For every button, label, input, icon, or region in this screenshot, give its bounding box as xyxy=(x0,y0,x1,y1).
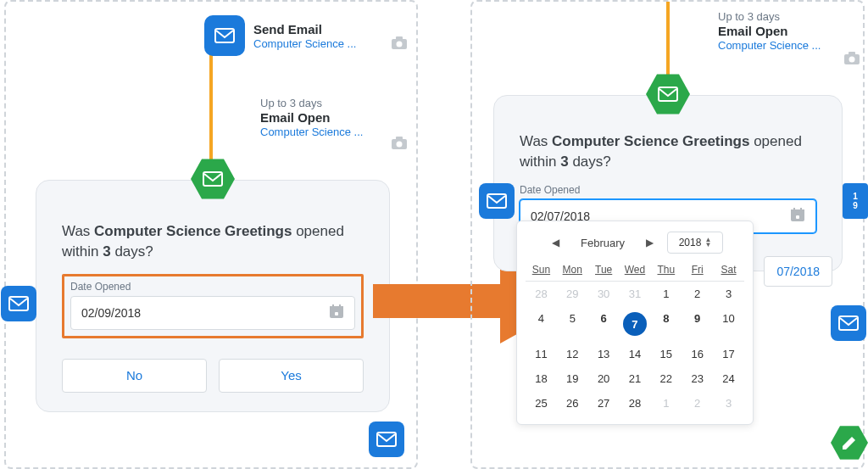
calendar-day[interactable]: 27 xyxy=(588,391,620,416)
calendar-day[interactable]: 8 xyxy=(650,306,682,342)
date-opened-label: Date Opened xyxy=(70,281,355,293)
calendar-day[interactable]: 9 xyxy=(682,306,713,342)
calendar-day[interactable]: 23 xyxy=(682,366,713,391)
calendar-day[interactable]: 7 xyxy=(620,306,651,342)
date-value: 02/09/2018 xyxy=(81,306,141,320)
calendar-day[interactable]: 4 xyxy=(526,306,557,342)
calendar-day[interactable]: 28 xyxy=(620,391,651,416)
calendar-day[interactable]: 2 xyxy=(682,391,713,416)
prompt-text: Was Computer Science Greetings opened wi… xyxy=(520,131,816,172)
side-envelope-node[interactable] xyxy=(369,422,404,457)
calendar-day[interactable]: 15 xyxy=(650,342,682,366)
camera-icon[interactable] xyxy=(843,51,860,70)
calendar-day[interactable]: 6 xyxy=(588,306,620,342)
calendar-year-select[interactable]: 2018 ▲▼ xyxy=(667,232,723,254)
calendar-day[interactable]: 17 xyxy=(713,342,744,366)
calendar-day[interactable]: 1 xyxy=(650,391,682,416)
calendar-dow-row: SunMonTueWedThuFriSat xyxy=(526,259,744,282)
calendar-dow: Wed xyxy=(620,259,651,282)
camera-icon[interactable] xyxy=(391,136,408,154)
node-title: Email Open xyxy=(260,110,363,125)
calendar-day[interactable]: 19 xyxy=(557,366,588,391)
next-month-button[interactable]: ▶ xyxy=(641,237,659,248)
calendar-day[interactable]: 24 xyxy=(713,366,744,391)
calendar-dow: Sat xyxy=(713,259,744,282)
highlighted-field: Date Opened 02/09/2018 xyxy=(62,274,364,338)
prev-month-button[interactable]: ◀ xyxy=(547,237,565,248)
calendar-day[interactable]: 13 xyxy=(588,342,620,366)
canvas-left: Send Email Computer Science ... Up to 3 … xyxy=(4,0,418,469)
email-open-node-label: Up to 3 days Email Open Computer Science… xyxy=(718,10,821,52)
no-button[interactable]: No xyxy=(62,359,207,393)
calendar-day[interactable]: 29 xyxy=(557,282,588,306)
prompt-card: Was Computer Science Greetings opened wi… xyxy=(36,180,390,412)
calendar-icon[interactable] xyxy=(329,304,344,321)
date-opened-label: Date Opened xyxy=(520,184,816,196)
node-pretitle: Up to 3 days xyxy=(718,10,821,23)
calendar-dow: Fri xyxy=(682,259,713,282)
calendar-day[interactable]: 31 xyxy=(620,282,651,306)
calendar-day[interactable]: 11 xyxy=(526,342,557,366)
calendar-dow: Mon xyxy=(557,259,588,282)
envelope-icon xyxy=(204,15,245,56)
calendar-day[interactable]: 30 xyxy=(588,282,620,306)
calendar-dow: Sun xyxy=(526,259,557,282)
calendar-day[interactable]: 2 xyxy=(682,282,713,306)
node-link[interactable]: Computer Science ... xyxy=(718,39,821,52)
camera-icon[interactable] xyxy=(391,36,408,54)
calendar-day[interactable]: 14 xyxy=(620,342,651,366)
calendar-day[interactable]: 12 xyxy=(557,342,588,366)
calendar-day[interactable]: 3 xyxy=(713,391,744,416)
node-pretitle: Up to 3 days xyxy=(260,97,363,109)
date-opened-input[interactable]: 02/09/2018 xyxy=(70,296,355,330)
yes-button[interactable]: Yes xyxy=(219,359,364,393)
envelope-hex-icon xyxy=(646,72,690,116)
calendar-day[interactable]: 5 xyxy=(557,306,588,342)
side-envelope-node[interactable] xyxy=(1,286,36,321)
side-envelope-node[interactable] xyxy=(479,183,515,219)
node-link[interactable]: Computer Science ... xyxy=(260,126,363,138)
calendar-header: ◀ February ▶ 2018 ▲▼ xyxy=(526,226,744,259)
side-badge[interactable]: 19 xyxy=(843,183,868,219)
calendar-day[interactable]: 26 xyxy=(557,391,588,416)
calendar-dow: Tue xyxy=(588,259,620,282)
calendar-day[interactable]: 21 xyxy=(620,366,651,391)
calendar-month: February xyxy=(573,237,632,249)
calendar-day[interactable]: 18 xyxy=(526,366,557,391)
node-title: Email Open xyxy=(718,24,821,38)
calendar-grid: 2829303112345678910111213141516171819202… xyxy=(526,282,744,416)
calendar-day[interactable]: 1 xyxy=(650,282,682,306)
send-email-node[interactable]: Send Email Computer Science ... xyxy=(204,15,356,56)
side-envelope-node[interactable] xyxy=(831,305,866,341)
calendar-day[interactable]: 20 xyxy=(588,366,620,391)
email-open-node-label: Up to 3 days Email Open Computer Science… xyxy=(260,97,363,138)
canvas-right: Up to 3 days Email Open Computer Science… xyxy=(470,0,865,469)
calendar-day[interactable]: 25 xyxy=(526,391,557,416)
calendar-day[interactable]: 22 xyxy=(650,366,682,391)
calendar-day[interactable]: 3 xyxy=(713,282,744,306)
edit-hex-icon[interactable] xyxy=(831,424,868,461)
prompt-text: Was Computer Science Greetings opened wi… xyxy=(62,221,364,262)
calendar-day[interactable]: 16 xyxy=(682,342,713,366)
node-title: Send Email xyxy=(253,22,356,36)
flow-connector xyxy=(209,40,213,180)
calendar-icon[interactable] xyxy=(790,207,805,225)
calendar-day[interactable]: 28 xyxy=(526,282,557,306)
calendar-day[interactable]: 10 xyxy=(713,306,744,342)
calendar-dow: Thu xyxy=(650,259,682,282)
envelope-hex-icon xyxy=(191,157,235,201)
date-picker-popover[interactable]: ◀ February ▶ 2018 ▲▼ SunMonTueWedThuFriS… xyxy=(516,221,754,425)
node-link[interactable]: Computer Science ... xyxy=(253,37,356,50)
date-chip[interactable]: 07/2018 xyxy=(764,256,832,287)
